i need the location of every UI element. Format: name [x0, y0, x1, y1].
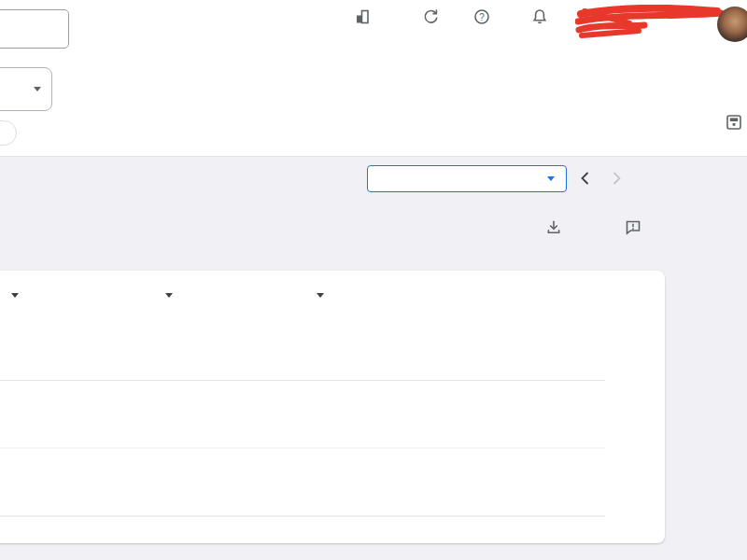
notifications-button[interactable] — [502, 7, 577, 30]
account-avatar[interactable] — [717, 7, 747, 42]
download-button[interactable] — [523, 218, 585, 244]
scope-dropdown[interactable] — [0, 67, 52, 111]
next-period-button[interactable] — [610, 171, 623, 186]
scorecard[interactable] — [0, 271, 142, 369]
scorecard[interactable] — [145, 271, 292, 369]
redaction-scribble — [575, 5, 726, 42]
save-icon — [725, 119, 743, 134]
feedback-button[interactable] — [602, 218, 664, 244]
notifications-bell-icon — [502, 7, 577, 28]
search-input[interactable] — [0, 9, 69, 49]
date-range-picker[interactable] — [367, 165, 567, 192]
metric-dropdown-caret-icon[interactable] — [317, 293, 324, 298]
appearance-icon — [330, 7, 395, 28]
feedback-icon — [624, 224, 642, 240]
trend-chart-svg — [0, 385, 605, 518]
metric-dropdown-caret-icon[interactable] — [11, 293, 19, 298]
svg-text:?: ? — [479, 12, 485, 22]
chevron-down-icon — [34, 87, 41, 91]
chart-panel — [0, 271, 665, 543]
chevron-down-icon — [547, 176, 555, 181]
cards-divider — [0, 380, 605, 381]
appearance-button[interactable] — [330, 7, 395, 30]
download-icon — [544, 224, 563, 240]
help-icon: ? — [454, 7, 510, 28]
save-button[interactable] — [715, 113, 747, 136]
previous-period-button[interactable] — [579, 171, 592, 186]
scorecard[interactable] — [296, 271, 451, 369]
metric-dropdown-caret-icon[interactable] — [165, 293, 173, 298]
help-button[interactable]: ? — [454, 7, 510, 30]
status-filter-chip[interactable] — [0, 120, 17, 146]
